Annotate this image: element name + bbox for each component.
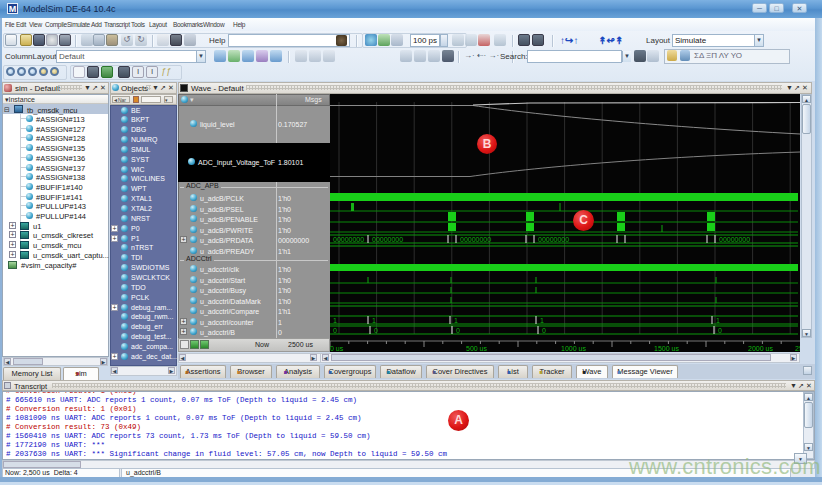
- svg-text:250: 250: [795, 345, 800, 352]
- svg-text:1: 1: [716, 317, 720, 324]
- svg-text:00000000: 00000000: [372, 236, 403, 243]
- svg-text:1000 us: 1000 us: [561, 345, 586, 352]
- svg-text:1: 1: [333, 317, 337, 324]
- svg-text:1: 1: [540, 317, 544, 324]
- svg-text:0: 0: [542, 327, 546, 334]
- svg-text:0: 0: [718, 327, 722, 334]
- svg-text:1500 us: 1500 us: [654, 345, 679, 352]
- svg-text:0 us: 0 us: [330, 345, 344, 352]
- svg-text:00000000: 00000000: [460, 236, 491, 243]
- svg-text:0: 0: [456, 327, 460, 334]
- svg-text:500 us: 500 us: [466, 345, 488, 352]
- svg-text:00000000: 00000000: [538, 236, 569, 243]
- svg-text:0: 0: [374, 327, 378, 334]
- svg-text:1: 1: [454, 317, 458, 324]
- svg-text:00000000: 00000000: [333, 236, 364, 243]
- svg-text:00000000: 00000000: [719, 236, 750, 243]
- svg-text:0: 0: [333, 327, 337, 334]
- svg-text:2000 us: 2000 us: [748, 345, 773, 352]
- svg-text:1: 1: [372, 317, 376, 324]
